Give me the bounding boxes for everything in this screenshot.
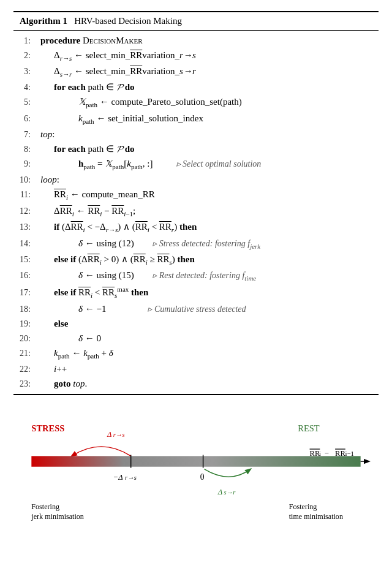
stress-label: STRESS	[31, 423, 64, 433]
algo-line-19: 19:else	[13, 316, 379, 331]
algo-body: 1:procedure DecisionMaker2:Δr→s ← select…	[13, 31, 379, 394]
algo-number: Algorithm 1	[20, 16, 67, 26]
line-content-18: δ ← −1 ▹ Cumulative stress detected	[36, 303, 379, 316]
line-number-18: 18:	[13, 305, 36, 314]
algo-line-22: 22:i++	[13, 362, 379, 377]
line-content-20: δ ← 0	[36, 332, 379, 345]
algo-line-10: 10:loop:	[13, 173, 379, 187]
line-number-11: 11:	[13, 190, 36, 200]
line-number-14: 14:	[13, 239, 36, 249]
line-content-10: loop:	[36, 173, 379, 186]
algo-line-23: 23:goto top.	[13, 377, 379, 392]
line-number-19: 19:	[13, 319, 36, 329]
bottom-left-label1: Fostering	[31, 502, 59, 511]
line-number-5: 5:	[13, 97, 36, 107]
delta-sr-label: Δ	[217, 488, 222, 496]
bottom-left-label2: jerk minimisation	[31, 512, 84, 520]
algo-line-9: 9:hpath = 𝕏path[kpath, :] ▹ Select optim…	[13, 157, 379, 173]
algo-line-14: 14:δ ← using (12) ▹ Stress detected: fos…	[13, 236, 379, 252]
axis-sub-i1: i−1	[345, 450, 354, 457]
bottom-right-label2: time minimisation	[289, 512, 343, 520]
algo-line-2: 2:Δr→s ← select_min_RRvariation_r→s	[13, 48, 379, 64]
line-number-22: 22:	[13, 365, 36, 374]
line-content-16: δ ← using (15) ▹ Rest detected: fosterin…	[36, 269, 379, 283]
algo-line-13: 13:if (ΔRRi < −Δr→s) ∧ (RRi < RRr) then	[13, 220, 379, 236]
algo-line-4: 4:for each path ∈ 𝓟 do	[13, 80, 379, 95]
algo-line-3: 3:Δs→r ← select_min_RRvariation_s→r	[13, 64, 379, 80]
line-number-10: 10:	[13, 175, 36, 185]
line-number-15: 15:	[13, 255, 36, 265]
algo-line-1: 1:procedure DecisionMaker	[13, 33, 379, 48]
algo-title: HRV-based Decision Making	[74, 16, 182, 26]
line-content-5: 𝕏path ← compute_Pareto_solution_set(path…	[36, 96, 379, 110]
line-number-17: 17:	[13, 288, 36, 298]
neg-delta-label: −Δ	[113, 473, 123, 482]
line-content-6: kpath ← set_initial_solution_index	[36, 112, 379, 126]
algo-line-20: 20:δ ← 0	[13, 331, 379, 346]
diagram-svg: STRESS REST Δ r→s RR i − RR i−1	[20, 412, 372, 547]
algo-line-21: 21:kpath ← kpath + δ	[13, 346, 379, 361]
axis-rr-bar2: RR	[335, 449, 345, 458]
line-number-7: 7:	[13, 130, 36, 140]
algo-line-12: 12:ΔRRi ← RRi − RRi−1;	[13, 203, 379, 219]
rest-label: REST	[298, 423, 320, 433]
neg-delta-sub: r→s	[125, 474, 137, 481]
bottom-right-label1: Fostering	[289, 502, 317, 511]
line-content-3: Δs→r ← select_min_RRvariation_s→r	[36, 65, 379, 79]
algo-line-6: 6:kpath ← set_initial_solution_index	[13, 111, 379, 127]
algorithm-box: Algorithm 1 HRV-based Decision Making 1:…	[13, 11, 379, 395]
line-content-1: procedure DecisionMaker	[36, 34, 379, 47]
line-content-22: i++	[36, 363, 379, 376]
line-content-2: Δr→s ← select_min_RRvariation_r→s	[36, 49, 379, 63]
rest-arc	[205, 469, 251, 477]
line-number-12: 12:	[13, 206, 36, 216]
line-number-8: 8:	[13, 145, 36, 154]
algo-line-8: 8:for each path ∈ 𝓟 do	[13, 142, 379, 157]
algo-line-16: 16:δ ← using (15) ▹ Rest detected: foste…	[13, 268, 379, 284]
algo-line-15: 15:else if (ΔRRi > 0) ∧ (RRi ≥ RRs) then	[13, 252, 379, 268]
algo-line-17: 17:else if RRi < RRsmax then	[13, 284, 379, 301]
line-content-13: if (ΔRRi < −Δr→s) ∧ (RRi < RRr) then	[36, 221, 379, 235]
line-number-23: 23:	[13, 379, 36, 389]
page: Algorithm 1 HRV-based Decision Making 1:…	[0, 0, 392, 579]
line-number-6: 6:	[13, 114, 36, 124]
diagram: STRESS REST Δ r→s RR i − RR i−1	[13, 412, 379, 550]
line-content-4: for each path ∈ 𝓟 do	[36, 81, 379, 94]
line-content-17: else if RRi < RRsmax then	[36, 285, 379, 300]
line-number-21: 21:	[13, 349, 36, 358]
line-number-9: 9:	[13, 159, 36, 169]
algo-line-5: 5:𝕏path ← compute_Pareto_solution_set(pa…	[13, 95, 379, 111]
line-number-3: 3:	[13, 67, 36, 77]
line-content-15: else if (ΔRRi > 0) ∧ (RRi ≥ RRs) then	[36, 253, 379, 267]
algo-line-11: 11:RRi ← compute_mean_RR	[13, 187, 379, 203]
line-number-4: 4:	[13, 83, 36, 93]
zero-label: 0	[200, 472, 205, 482]
delta-sr-sub: s→r	[224, 489, 236, 496]
line-content-23: goto top.	[36, 377, 379, 390]
line-number-13: 13:	[13, 222, 36, 232]
axis-minus: −	[325, 449, 329, 458]
stress-arc	[72, 447, 131, 456]
line-content-8: for each path ∈ 𝓟 do	[36, 143, 379, 156]
line-content-7: top:	[36, 128, 379, 141]
line-content-14: δ ← using (12) ▹ Stress detected: foster…	[36, 237, 379, 251]
algo-line-7: 7:top:	[13, 127, 379, 142]
line-content-11: RRi ← compute_mean_RR	[36, 188, 379, 202]
delta-rs-sub: r→s	[113, 431, 125, 438]
line-number-16: 16:	[13, 271, 36, 281]
line-content-9: hpath = 𝕏path[kpath, :] ▹ Select optimal…	[36, 157, 379, 172]
algo-header: Algorithm 1 HRV-based Decision Making	[13, 12, 379, 31]
line-content-12: ΔRRi ← RRi − RRi−1;	[36, 205, 379, 219]
line-number-20: 20:	[13, 334, 36, 344]
line-content-21: kpath ← kpath + δ	[36, 347, 379, 361]
delta-rs-top-label: Δ	[107, 430, 111, 439]
algo-line-18: 18:δ ← −1 ▹ Cumulative stress detected	[13, 301, 379, 316]
line-number-2: 2:	[13, 51, 36, 61]
axis-sub-i: i	[319, 450, 321, 457]
line-number-1: 1:	[13, 36, 36, 46]
line-content-19: else	[36, 317, 379, 330]
